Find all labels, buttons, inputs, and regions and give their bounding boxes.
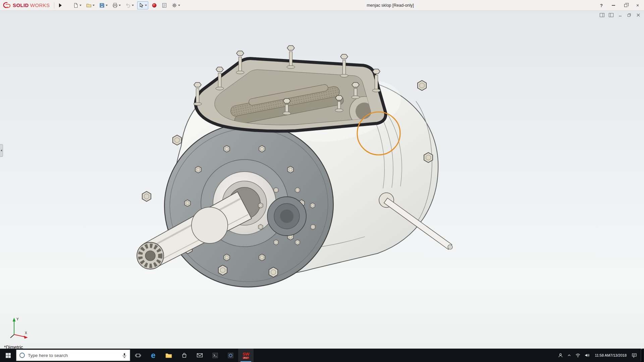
x-axis-arrow-icon <box>24 336 28 339</box>
windows-logo-icon <box>5 353 11 358</box>
minimize-icon <box>612 5 615 6</box>
clock-time: 11:58 AM <box>595 353 610 358</box>
view-orientation-label: *Dimetric <box>4 345 23 350</box>
file-explorer-button[interactable] <box>161 349 176 362</box>
doc-close-button[interactable] <box>635 12 641 17</box>
solidworks-app-icon: SW 2017 <box>243 352 249 359</box>
dropdown-caret-icon <box>79 5 82 6</box>
save-button[interactable] <box>98 1 109 9</box>
secondary-hub <box>267 197 306 236</box>
store-button[interactable] <box>176 349 192 362</box>
dropdown-caret-icon <box>178 5 180 6</box>
search-input[interactable] <box>28 353 119 358</box>
folder-icon <box>165 353 172 358</box>
document-properties-button[interactable] <box>160 1 168 9</box>
task-view-button[interactable] <box>130 349 146 362</box>
volume-button[interactable] <box>584 353 590 358</box>
x-axis-label: X <box>25 331 27 335</box>
close-button[interactable]: × <box>635 2 641 9</box>
sw-logo-text: SW <box>243 352 249 356</box>
select-tool-button[interactable] <box>137 1 148 9</box>
undo-button[interactable] <box>124 1 135 9</box>
console-app-button[interactable] <box>207 349 223 362</box>
material-sphere-button[interactable] <box>150 1 158 9</box>
taskbar-search[interactable] <box>16 350 130 361</box>
window-controls: ? × <box>598 0 641 11</box>
mail-button[interactable] <box>192 349 207 362</box>
doc-restore-icon <box>627 13 631 17</box>
taskbar-clock[interactable]: 11:58 AM 7/13/2018 <box>593 353 628 358</box>
options-button[interactable] <box>170 1 181 9</box>
doc-minimize-icon <box>618 13 622 17</box>
system-tray: 11:58 AM 7/13/2018 <box>558 349 644 362</box>
microphone-icon[interactable] <box>122 353 127 358</box>
task-view-icon <box>135 353 141 358</box>
dropdown-caret-icon <box>106 5 108 6</box>
quick-toolbar <box>72 1 181 9</box>
dropdown-caret-icon <box>132 5 134 6</box>
windows-taskbar: e SW 2017 <box>0 349 644 362</box>
properties-list-icon <box>162 3 167 8</box>
graphics-viewport[interactable]: Y X *Dimetric <box>0 11 644 349</box>
dropdown-caret-icon <box>145 5 147 6</box>
network-button[interactable] <box>575 353 581 358</box>
edge-button[interactable]: e <box>146 349 161 362</box>
panel-collapse-tab[interactable] <box>0 144 3 157</box>
solidworks-taskbar-button[interactable]: SW 2017 <box>238 349 254 362</box>
undo-icon <box>125 3 131 8</box>
y-axis-arrow-icon <box>13 318 16 321</box>
gearbox-model <box>0 11 644 349</box>
action-center-button[interactable] <box>632 353 637 358</box>
new-document-button[interactable] <box>72 1 83 9</box>
chevron-up-icon <box>567 353 572 358</box>
document-window-controls <box>599 12 641 17</box>
show-desktop-strip[interactable] <box>641 349 643 362</box>
gear-icon <box>172 3 177 8</box>
pane-split-right-button[interactable] <box>608 12 614 17</box>
wifi-icon <box>575 353 581 358</box>
tray-overflow-button[interactable] <box>567 353 572 358</box>
orientation-triad: Y X <box>5 316 32 341</box>
solidworks-logo-mark <box>3 2 11 9</box>
logo-text-works: WORKS <box>30 2 50 8</box>
dropdown-caret-icon <box>119 5 121 6</box>
open-button[interactable] <box>85 1 96 9</box>
doc-restore-button[interactable] <box>626 12 632 17</box>
media-app-icon <box>228 353 233 358</box>
print-icon <box>112 3 118 8</box>
edge-icon: e <box>151 351 155 359</box>
open-folder-icon <box>86 3 92 8</box>
titlebar: SOLID WORKS <box>0 0 644 11</box>
restore-icon <box>624 4 627 7</box>
menu-flyout-button[interactable] <box>58 2 63 9</box>
pane-split-right-icon <box>609 13 613 17</box>
action-center-icon <box>632 353 637 358</box>
maximize-button[interactable] <box>623 2 629 9</box>
pane-split-left-button[interactable] <box>599 12 605 17</box>
clock-date: 7/13/2018 <box>610 353 627 358</box>
sw-version-badge: 2017 <box>243 357 249 359</box>
pane-split-left-icon <box>600 13 604 17</box>
logo-text-solid: SOLID <box>13 2 29 8</box>
chevron-left-icon <box>1 149 2 152</box>
start-button[interactable] <box>0 349 16 362</box>
play-arrow-icon <box>59 3 62 7</box>
solidworks-logo: SOLID WORKS <box>2 2 50 9</box>
dropdown-caret-icon <box>93 5 95 6</box>
minimize-button[interactable] <box>610 2 616 9</box>
people-button[interactable] <box>558 353 563 358</box>
y-axis-label: Y <box>16 317 19 321</box>
mail-envelope-icon <box>197 353 203 358</box>
select-cursor-icon <box>139 3 144 8</box>
speaker-icon <box>584 353 590 358</box>
people-icon <box>558 353 563 358</box>
doc-minimize-button[interactable] <box>617 12 623 17</box>
print-button[interactable] <box>111 1 122 9</box>
doc-close-icon <box>636 13 640 17</box>
help-button[interactable]: ? <box>598 2 604 9</box>
new-document-icon <box>73 3 78 8</box>
divider <box>54 2 54 8</box>
media-app-button[interactable] <box>223 349 238 362</box>
console-icon <box>212 353 218 358</box>
window-title: menjac sklop [Read-only] <box>367 3 414 8</box>
